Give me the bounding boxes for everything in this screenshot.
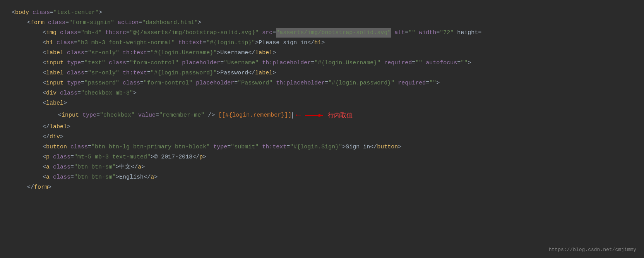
attr-value: "checkbox mb-3" xyxy=(81,89,133,98)
code-editor: <body class="text-center"> <form class="… xyxy=(0,0,644,200)
attr-value: value xyxy=(135,111,156,120)
attr-value-type: "checkbox" xyxy=(100,111,135,120)
equals: = xyxy=(457,58,461,68)
attr-value: "btn btn-lg btn-primary btn-block" xyxy=(91,143,210,152)
equals: = xyxy=(96,111,100,120)
attr-src: src xyxy=(259,28,272,38)
close-tag: </ xyxy=(307,38,314,48)
equals: = xyxy=(126,58,130,68)
attr-class: class xyxy=(50,163,70,172)
code-line-13: </div> xyxy=(12,132,632,142)
attr-value: "form-control" xyxy=(130,58,178,68)
tag-close: > xyxy=(342,143,346,152)
code-line-9: <div class="checkbox mb-3"> xyxy=(12,88,632,98)
code-line-15: <p class="mt-5 mb-3 text-muted">© 2017-2… xyxy=(12,152,632,162)
attr-class: class xyxy=(53,38,74,48)
annotation-arrow: ← 行内取值 xyxy=(296,108,353,122)
attr-class: class xyxy=(119,79,140,88)
tag-open: < xyxy=(43,58,46,68)
text-content: English xyxy=(119,173,144,182)
text-content: Sign in xyxy=(346,143,370,152)
tag-open: < xyxy=(43,89,46,98)
attr-value-2: "Password" xyxy=(238,79,272,88)
equals: = xyxy=(81,79,84,88)
equals: = xyxy=(84,48,88,58)
tag-open: < xyxy=(43,79,46,88)
equals: = xyxy=(84,69,88,78)
tag-close: > xyxy=(151,153,154,162)
close-tag-name: a xyxy=(138,163,141,172)
attr-type: type xyxy=(63,79,81,88)
code-line-16: <a class="btn btn-sm">中文</a> xyxy=(12,162,632,172)
equals: = xyxy=(70,153,74,162)
attr-value-type: "text" xyxy=(84,58,105,68)
tag-open: < xyxy=(43,99,46,108)
tag-open: < xyxy=(43,48,46,58)
close-tag-name: p xyxy=(199,153,203,162)
attr-class: class xyxy=(45,18,65,28)
attr-alt: alt xyxy=(391,28,405,38)
close-tag-end: > xyxy=(203,153,206,162)
blog-url: https://blog.csdn.net/cmjimmy xyxy=(549,246,636,254)
close-tag-name: button xyxy=(377,143,398,152)
attr-value: "mb-4" xyxy=(81,28,102,38)
arrow-svg xyxy=(303,111,326,120)
code-line-10: <label> xyxy=(12,98,632,108)
attr-value-val: "remember-me" xyxy=(159,111,204,120)
attr-width: width xyxy=(415,28,436,38)
equals: = xyxy=(74,38,77,48)
attr-value: "btn btn-sm" xyxy=(74,163,116,172)
attr-class: class xyxy=(67,143,88,152)
equals: = xyxy=(311,58,314,68)
equals: = xyxy=(140,79,144,88)
close-tag-end: > xyxy=(272,48,276,58)
close-tag: </ xyxy=(248,48,255,58)
equals: = xyxy=(234,79,238,88)
tag-close: > xyxy=(116,163,119,172)
tag-open: < xyxy=(43,173,46,182)
equals: = xyxy=(50,8,53,17)
equals: = xyxy=(65,18,69,28)
attr-action: action xyxy=(114,18,139,28)
tag-open: < xyxy=(43,38,46,48)
tag-close: > xyxy=(63,99,67,108)
equals: = xyxy=(88,143,91,152)
equals: = xyxy=(70,163,74,172)
attr-placeholder: placeholder xyxy=(178,58,220,68)
attr-value: "sr-only" xyxy=(88,48,119,58)
close-tag-name: a xyxy=(151,173,154,182)
attr-thsrc: th:src xyxy=(102,28,126,38)
attr-value-2: "dashboard.html" xyxy=(142,18,198,28)
tag-name: a xyxy=(46,163,50,172)
attr-required: required xyxy=(394,79,426,88)
code-line-12: </label> xyxy=(12,122,632,132)
attr-class: class xyxy=(50,153,70,162)
tag-close: > xyxy=(133,89,137,98)
attr-class: class xyxy=(57,89,77,98)
tag-name: label xyxy=(46,69,63,78)
attr-value-2: "Username" xyxy=(224,58,259,68)
tag-name: body xyxy=(15,8,29,17)
attr-thtext: th:text xyxy=(259,143,286,152)
attr-value-4: "" xyxy=(408,28,415,38)
close-tag: </ xyxy=(192,153,199,162)
tag-close: > xyxy=(217,48,220,58)
attr-value-type: "submit" xyxy=(231,143,259,152)
close-tag-end: > xyxy=(398,143,401,152)
red-arrow-icon: ← xyxy=(296,108,301,122)
equals: = xyxy=(203,38,206,48)
tag-open: < xyxy=(27,18,31,28)
attr-class: class xyxy=(63,69,84,78)
attr-value: "form-control" xyxy=(144,79,192,88)
equals: = xyxy=(220,58,224,68)
close-tag: </ xyxy=(27,183,34,192)
attr-type: type xyxy=(79,111,96,120)
attr-value-4: "" xyxy=(429,79,436,88)
attr-thtext: th:text xyxy=(119,69,147,78)
code-line-4: <h1 class="h3 mb-3 font-weight-normal" t… xyxy=(12,38,632,48)
attr-class: class xyxy=(57,28,77,38)
close-tag: </ xyxy=(248,69,255,78)
tag-name: h1 xyxy=(46,38,53,48)
tag-open: < xyxy=(43,163,46,172)
close-tag: </ xyxy=(131,163,138,172)
